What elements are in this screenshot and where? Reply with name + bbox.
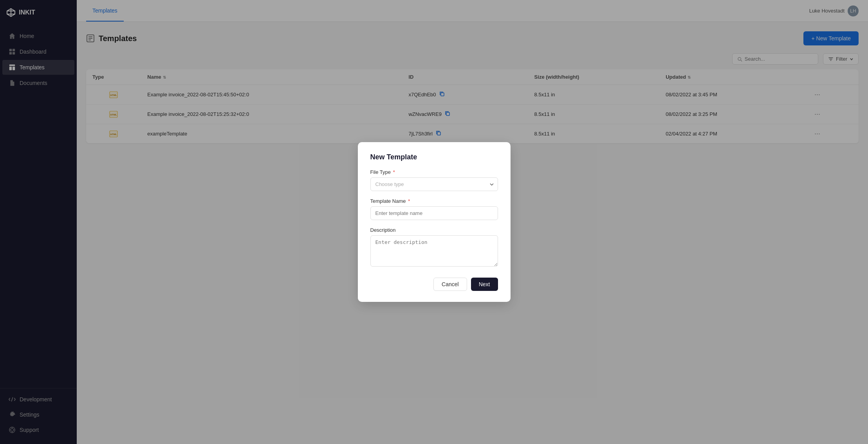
file-type-select-wrap: Choose type HTML PDF DOCX (370, 177, 498, 191)
modal-title: New Template (370, 153, 498, 161)
file-type-select[interactable]: Choose type HTML PDF DOCX (370, 177, 498, 191)
modal-overlay[interactable]: New Template File Type * Choose type HTM… (0, 0, 868, 444)
template-name-group: Template Name * (370, 198, 498, 220)
template-name-input[interactable] (370, 206, 498, 220)
file-type-required: * (393, 169, 395, 175)
modal-footer: Cancel Next (370, 278, 498, 291)
description-label: Description (370, 227, 498, 233)
new-template-modal: New Template File Type * Choose type HTM… (358, 142, 511, 302)
next-button[interactable]: Next (471, 278, 498, 291)
template-name-label: Template Name * (370, 198, 498, 204)
template-name-required: * (408, 198, 410, 204)
description-group: Description (370, 227, 498, 268)
description-textarea[interactable] (370, 235, 498, 267)
cancel-button[interactable]: Cancel (433, 278, 467, 291)
file-type-label: File Type * (370, 169, 498, 175)
file-type-group: File Type * Choose type HTML PDF DOCX (370, 169, 498, 191)
